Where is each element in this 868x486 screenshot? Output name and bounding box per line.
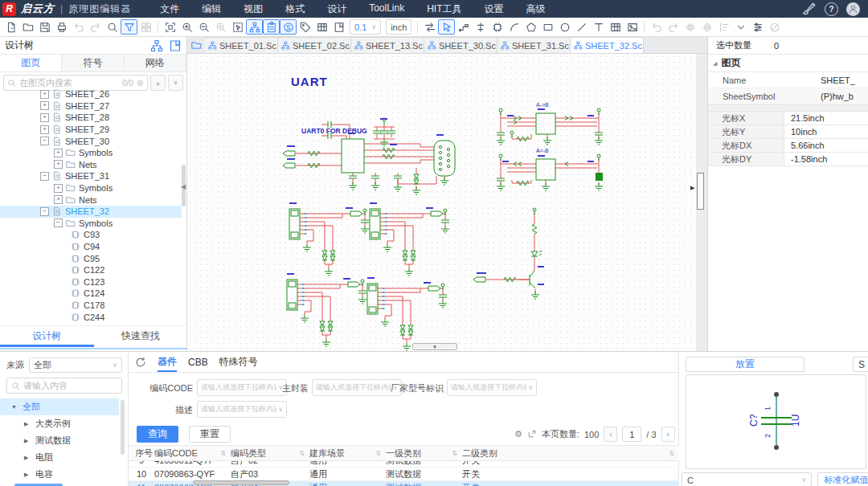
tree-item-sheet30[interactable]: −SHEET_30 <box>0 135 182 147</box>
tree-item-sheet29[interactable]: +SHEET_29 <box>0 124 182 136</box>
expand-icon[interactable]: + <box>40 125 49 134</box>
refresh-icon[interactable] <box>135 357 146 368</box>
tree-item-sheet31[interactable]: −SHEET_31 <box>0 170 182 182</box>
gear-icon[interactable]: ⚙ <box>514 429 522 439</box>
bottom-tab-design-tree[interactable]: 设计树 <box>0 326 94 345</box>
sort-icon[interactable]: ⇅ <box>299 450 305 457</box>
tree-item-c94[interactable]: C94 <box>0 241 182 253</box>
section-sheet[interactable]: ◢ 图页 <box>708 55 868 72</box>
image-tool-button[interactable] <box>624 19 641 35</box>
menu-format[interactable]: 格式 <box>274 2 316 16</box>
menu-advanced[interactable]: 高级 <box>515 2 557 16</box>
tab-symbols[interactable]: 符号 <box>62 55 124 71</box>
tree-item-c244[interactable]: C244 <box>0 311 182 323</box>
query-button[interactable]: 查询 <box>137 426 178 443</box>
expand-icon[interactable]: + <box>54 160 63 169</box>
line-tool-button[interactable] <box>573 19 590 35</box>
standardize-button[interactable]: 标准化赋值 <box>817 472 868 486</box>
category-all[interactable]: ▼全部 <box>0 398 119 415</box>
menu-toolink[interactable]: ToolLink <box>358 2 416 16</box>
bottom-tab-quick-find[interactable]: 快速查找 <box>94 326 188 345</box>
sheet-tab-30[interactable]: SHEET_30.Sc... <box>424 37 497 53</box>
prop-sheetsymbol-value[interactable]: (P)hw_b <box>821 92 854 101</box>
menu-view[interactable]: 视图 <box>232 2 274 16</box>
more-tools-chevron-icon[interactable] <box>732 19 749 35</box>
text-tool-button[interactable] <box>590 19 607 35</box>
export-icon[interactable] <box>527 429 537 440</box>
category-examples[interactable]: ▶大类示例 <box>0 415 119 432</box>
category-test-data[interactable]: ▶测试数据 <box>0 432 119 449</box>
table-row[interactable]: 941030011-QYF 自产02通用 测试数据开关 <box>129 461 679 468</box>
zoom-in-button[interactable] <box>178 19 195 35</box>
menu-design[interactable]: 设计 <box>316 2 358 16</box>
section-collapse-icon[interactable]: ◢ <box>713 60 717 67</box>
sheet-tab-32-active[interactable]: SHEET_32.Sc... <box>571 37 644 53</box>
arc-tool-button[interactable] <box>506 19 522 35</box>
page-next-button[interactable]: › <box>661 427 675 442</box>
collapse-icon[interactable]: − <box>40 172 49 181</box>
open-file-button[interactable] <box>19 19 36 35</box>
component-type-select[interactable]: C ∨ <box>682 472 812 486</box>
tree-item-sheet27[interactable]: +SHEET_27 <box>0 100 182 112</box>
save-button[interactable] <box>36 19 53 35</box>
category-capacitor[interactable]: ▶电容 <box>0 466 119 483</box>
menu-file[interactable]: 文件 <box>149 2 190 16</box>
tree-item-c93[interactable]: C93 <box>0 229 182 241</box>
expand-icon[interactable]: + <box>40 90 49 99</box>
canvas-collapse-handle[interactable]: ▼ <box>412 343 457 350</box>
search-icon[interactable] <box>104 19 121 35</box>
page-prev-button[interactable]: ‹ <box>604 427 617 442</box>
table-grid-button[interactable] <box>313 19 330 35</box>
tab-special-symbols[interactable]: 特殊符号 <box>219 352 258 372</box>
fit-view-button[interactable] <box>162 19 178 35</box>
expand-icon[interactable]: + <box>40 101 49 110</box>
rectangle-tool-button[interactable] <box>539 19 556 35</box>
grid-size-select[interactable]: 0.1∨ <box>350 19 381 35</box>
print-button[interactable] <box>53 19 70 35</box>
filter-desc-select[interactable]: 请输入或选择下拉框内容查询∨ <box>197 401 287 418</box>
tree-item-symbols[interactable]: −Symbols <box>0 218 182 230</box>
prop-name-value[interactable]: SHEET_ <box>821 76 855 85</box>
sort-icon[interactable]: ⇅ <box>375 450 381 457</box>
clear-search-icon[interactable]: ⊗ <box>137 78 144 88</box>
tree-item-c178[interactable]: C178 <box>0 300 182 312</box>
tab-components[interactable]: 器件 <box>158 352 177 372</box>
menu-hit-tools[interactable]: HIT工具 <box>416 2 473 16</box>
collapse-icon[interactable]: − <box>40 207 49 216</box>
schematic-canvas[interactable]: UART UART0 FOR DEBUG A->B A<-B <box>187 54 707 351</box>
s-button[interactable]: S <box>853 357 868 372</box>
expand-icon[interactable]: + <box>40 113 49 122</box>
tree-item-nets[interactable]: +Nets <box>0 194 182 206</box>
clean-brush-icon[interactable] <box>802 2 817 16</box>
new-file-button[interactable] <box>2 19 19 35</box>
table-hscrollbar[interactable] <box>193 480 289 485</box>
category-resistor[interactable]: ▶电阻 <box>0 449 119 466</box>
notebook-button[interactable] <box>330 19 347 35</box>
canvas-vscrollbar[interactable] <box>697 173 704 210</box>
sheet-tab-01[interactable]: SHEET_01.Sc... <box>205 37 278 53</box>
sheet-tab-02[interactable]: SHEET_02.Sc... <box>278 37 351 53</box>
expand-icon[interactable]: + <box>54 184 63 193</box>
tab-nets[interactable]: 网络 <box>125 55 186 71</box>
swap-wire-button[interactable] <box>421 19 438 35</box>
tree-item-sheet26[interactable]: +SHEET_26 <box>0 88 182 100</box>
page-current-input[interactable]: 1 <box>622 427 641 442</box>
tree-item-symbols[interactable]: +Symbols <box>0 147 182 159</box>
zoom-out-button[interactable] <box>195 19 212 35</box>
user-avatar[interactable] <box>846 2 860 16</box>
tree-item-c95[interactable]: C95 <box>0 252 182 264</box>
sort-icon[interactable]: ⇅ <box>220 450 226 457</box>
tree-item-sheet32-selected[interactable]: −SHEET_32 <box>0 206 182 218</box>
source-select[interactable]: 全部 ∨ <box>29 357 122 373</box>
hierarchy-button[interactable] <box>246 19 263 35</box>
filter-button[interactable] <box>121 19 137 35</box>
expand-icon[interactable]: + <box>54 149 63 157</box>
sheet-tab-13[interactable]: SHEET_13.Sc... <box>351 37 424 53</box>
filter-vendor-select[interactable]: 请输入或选择下拉框内容查询∨ <box>447 379 537 396</box>
menu-edit[interactable]: 编辑 <box>190 2 232 16</box>
report-book-icon[interactable] <box>169 39 182 52</box>
sheet-tab-31[interactable]: SHEET_31.Sc... <box>497 37 571 53</box>
tree-item-c123[interactable]: C123 <box>0 276 182 288</box>
checklist-button[interactable] <box>263 19 280 35</box>
tree-item-nets[interactable]: +Nets <box>0 159 182 171</box>
